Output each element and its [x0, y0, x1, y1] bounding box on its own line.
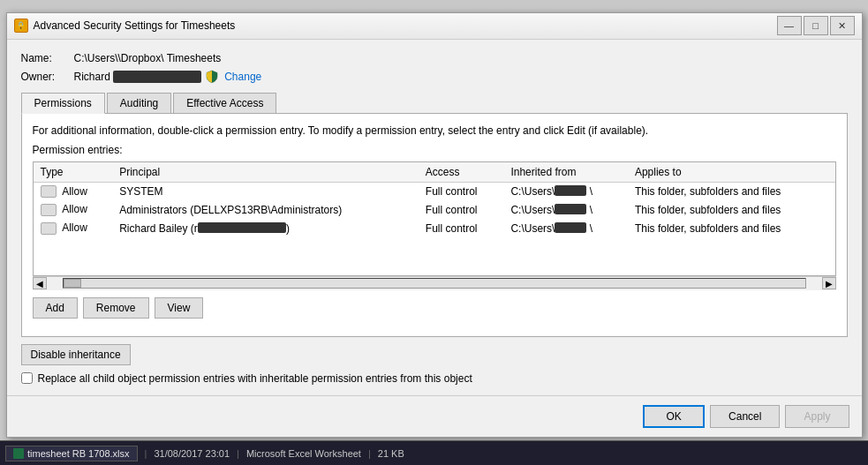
taskbar: timesheet RB 1708.xlsx | 31/08/2017 23:0…	[0, 440, 868, 465]
cell-inherited: C:\Users\ \	[503, 219, 628, 237]
cell-access: Full control	[419, 219, 504, 237]
cell-access: Full control	[419, 182, 504, 200]
cell-inherited: C:\Users\ \	[503, 200, 628, 219]
title-bar-buttons: — □ ✕	[777, 16, 855, 35]
taskbar-datetime: 31/08/2017 23:01	[154, 448, 230, 459]
cancel-button[interactable]: Cancel	[710, 405, 780, 428]
cell-access: Full control	[419, 200, 504, 219]
col-access: Access	[419, 162, 504, 183]
owner-value: Richard	[74, 71, 202, 83]
taskbar-divider2: |	[237, 448, 239, 459]
cell-applies-to: This folder, subfolders and files	[628, 182, 835, 200]
info-text: For additional information, double-click…	[33, 124, 836, 137]
owner-label: Owner:	[21, 71, 74, 83]
col-principal: Principal	[112, 162, 419, 183]
maximize-button[interactable]: □	[804, 16, 828, 35]
permissions-table: Type Principal Access Inherited from App…	[34, 162, 835, 237]
user-icon	[41, 185, 57, 198]
change-link[interactable]: Change	[224, 71, 261, 83]
taskbar-file-size: 21 KB	[378, 448, 404, 459]
scroll-left-btn[interactable]: ◀	[33, 277, 47, 289]
scrollbar-thumb[interactable]	[64, 279, 81, 288]
add-button[interactable]: Add	[33, 297, 78, 319]
action-buttons: Add Remove View	[33, 297, 836, 319]
dialog-window: 🔒 Advanced Security Settings for Timeshe…	[6, 12, 863, 438]
permissions-panel: For additional information, double-click…	[21, 114, 848, 337]
cell-principal: Richard Bailey (r )	[112, 219, 419, 237]
tab-bar: Permissions Auditing Effective Access	[21, 93, 848, 114]
name-value: C:\Users\ \Dropbox\ Timesheets	[74, 52, 222, 64]
replace-checkbox[interactable]	[21, 372, 33, 384]
title-bar: 🔒 Advanced Security Settings for Timeshe…	[7, 13, 862, 40]
ok-button[interactable]: OK	[643, 405, 705, 428]
horizontal-scrollbar[interactable]: ◀ ▶	[33, 276, 836, 290]
cell-applies-to: This folder, subfolders and files	[628, 219, 835, 237]
cell-inherited: C:\Users\ \	[503, 182, 628, 200]
taskbar-file-name: timesheet RB 1708.xlsx	[27, 448, 130, 459]
cell-principal: SYSTEM	[112, 182, 419, 200]
remove-button[interactable]: Remove	[83, 297, 149, 319]
col-inherited-from: Inherited from	[503, 162, 628, 183]
cell-type: Allow	[34, 182, 113, 200]
window-title: Advanced Security Settings for Timesheet…	[34, 19, 772, 32]
taskbar-file-type: Microsoft Excel Worksheet	[246, 448, 361, 459]
cell-type: Allow	[34, 200, 113, 219]
tab-permissions[interactable]: Permissions	[21, 93, 105, 114]
cell-principal: Administrators (DELLXPS13RB\Administrato…	[112, 200, 419, 219]
permissions-table-wrapper: Type Principal Access Inherited from App…	[33, 161, 836, 276]
scrollbar-track[interactable]	[63, 278, 806, 289]
owner-row: Owner: Richard Change	[21, 70, 848, 84]
cell-applies-to: This folder, subfolders and files	[628, 200, 835, 219]
close-button[interactable]: ✕	[830, 16, 855, 35]
user-icon	[41, 204, 57, 216]
view-button[interactable]: View	[155, 297, 204, 319]
replace-checkbox-row: Replace all child object permission entr…	[21, 372, 848, 385]
replace-checkbox-label: Replace all child object permission entr…	[38, 372, 472, 385]
excel-file-icon	[13, 448, 24, 459]
taskbar-file-item[interactable]: timesheet RB 1708.xlsx	[5, 446, 138, 461]
dialog-content: Name: C:\Users\ \Dropbox\ Timesheets Own…	[7, 40, 862, 395]
table-row[interactable]: Allow SYSTEM Full control C:\Users\ \ Th…	[34, 182, 835, 200]
cell-type: Allow	[34, 219, 113, 237]
col-applies-to: Applies to	[628, 162, 835, 183]
disable-inheritance-row: Disable inheritance	[21, 344, 848, 365]
disable-inheritance-button[interactable]: Disable inheritance	[21, 344, 131, 365]
name-label: Name:	[21, 52, 74, 64]
user-icon	[41, 222, 57, 235]
tab-effective-access[interactable]: Effective Access	[173, 93, 276, 113]
name-row: Name: C:\Users\ \Dropbox\ Timesheets	[21, 52, 848, 64]
col-type: Type	[34, 162, 113, 183]
minimize-button[interactable]: —	[777, 16, 802, 35]
taskbar-divider: |	[145, 448, 147, 459]
bottom-buttons: OK Cancel Apply	[7, 395, 862, 437]
taskbar-divider3: |	[368, 448, 371, 459]
tab-auditing[interactable]: Auditing	[107, 93, 171, 113]
shield-icon	[205, 70, 219, 84]
apply-button[interactable]: Apply	[785, 405, 849, 428]
table-row[interactable]: Allow Richard Bailey (r ) Full control C…	[34, 219, 835, 237]
table-row[interactable]: Allow Administrators (DELLXPS13RB\Admini…	[34, 200, 835, 219]
scroll-right-btn[interactable]: ▶	[822, 277, 836, 289]
window-icon: 🔒	[14, 19, 28, 33]
section-label: Permission entries:	[33, 144, 836, 156]
